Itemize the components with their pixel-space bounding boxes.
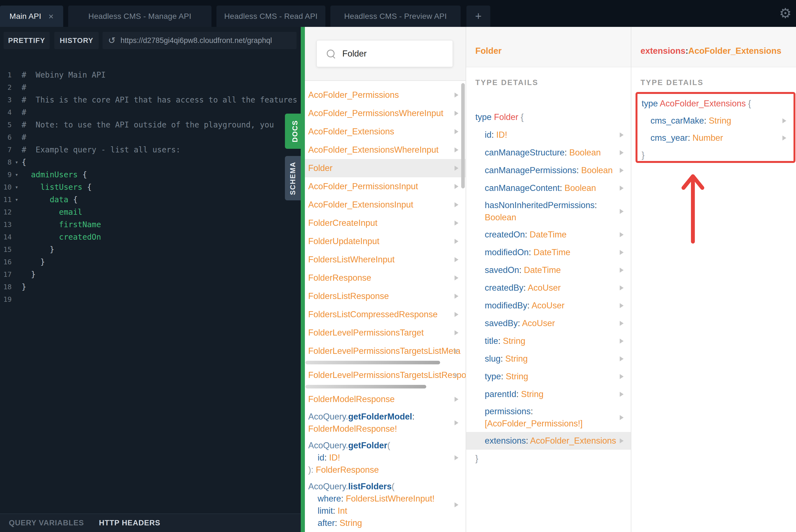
syntax-segment: createdBy	[485, 283, 524, 292]
tab-headless-cms-manage-api[interactable]: Headless CMS - Manage API	[68, 5, 211, 27]
search-input[interactable]: Folder	[317, 40, 453, 67]
editor-line[interactable]: 9▾ adminUsers {	[0, 169, 301, 181]
schema-side-tab[interactable]: SCHEMA	[285, 156, 301, 200]
editor-line[interactable]: 7# Example query - list all users:	[0, 144, 301, 156]
fold-gutter	[12, 81, 22, 94]
reload-icon[interactable]: ↺	[108, 35, 116, 46]
type-field-row[interactable]: type Folder {	[466, 108, 631, 126]
type-field-row[interactable]: savedBy: AcoUser	[466, 315, 631, 332]
type-field-row[interactable]: slug: String	[466, 350, 631, 368]
doc-list-item[interactable]: AcoQuery.getFolder(id: ID!): FolderRespo…	[305, 437, 466, 478]
type-field-row[interactable]: modifiedOn: DateTime	[466, 244, 631, 261]
doc-list-item[interactable]: AcoFolder_PermissionsWhereInput	[305, 104, 466, 122]
syntax-segment: [AcoFolder_Permissions!]	[485, 419, 583, 429]
horizontal-scrollbar[interactable]	[305, 385, 426, 388]
vertical-scrollbar[interactable]	[461, 83, 465, 188]
editor-line[interactable]: 19	[0, 293, 301, 306]
editor-line[interactable]: 6#	[0, 131, 301, 144]
doc-list-item[interactable]: FolderCreateInput	[305, 214, 466, 232]
syntax-segment: #	[22, 133, 26, 142]
editor-line[interactable]: 14 createdOn	[0, 231, 301, 243]
close-icon[interactable]: ×	[49, 12, 54, 21]
editor-line[interactable]: 18}	[0, 281, 301, 293]
doc-list-item[interactable]: FolderResponse	[305, 269, 466, 287]
doc-list-item[interactable]: AcoFolder_ExtensionsWhereInput	[305, 141, 466, 159]
history-button[interactable]: HISTORY	[54, 32, 99, 49]
pane-divider[interactable]	[301, 27, 305, 532]
add-tab-button[interactable]: +	[467, 5, 490, 27]
type-field-row[interactable]: extensions: AcoFolder_Extensions	[466, 432, 631, 450]
syntax-segment: canManagePermissions	[485, 166, 576, 175]
editor-line[interactable]: 16 }	[0, 256, 301, 268]
editor-line[interactable]: 3# This is the core API that has access …	[0, 94, 301, 106]
type-field-row[interactable]: parentId: String	[466, 385, 631, 403]
syntax-segment: {	[73, 195, 78, 204]
editor-line[interactable]: 5# Note: to use the API outside of the p…	[0, 119, 301, 131]
type-field-row[interactable]: modifiedBy: AcoUser	[466, 297, 631, 315]
extension-field-row[interactable]: cms_year: Number	[638, 129, 794, 147]
doc-list-item[interactable]: AcoFolder_Extensions	[305, 122, 466, 141]
editor-line[interactable]: 1# Webiny Main API	[0, 69, 301, 81]
doc-list-item[interactable]: FolderLevelPermissionsTargetsListRespons…	[305, 366, 466, 384]
doc-list-item[interactable]: AcoFolder_ExtensionsInput	[305, 196, 466, 214]
doc-list-item[interactable]: AcoFolder_Permissions	[305, 86, 466, 104]
doc-list-item[interactable]: FolderUpdateInput	[305, 232, 466, 250]
editor-line[interactable]: 11▾ data {	[0, 193, 301, 206]
doc-list-item[interactable]: FolderLevelPermissionsTarget	[305, 324, 466, 342]
type-field-row[interactable]: savedOn: DateTime	[466, 261, 631, 279]
editor-line[interactable]: 8▾{	[0, 156, 301, 169]
type-field-row[interactable]: type: String	[466, 368, 631, 385]
doc-list-item[interactable]: AcoQuery.listFolders(where: FoldersListW…	[305, 478, 466, 531]
editor-line[interactable]: 10▾ listUsers {	[0, 181, 301, 193]
http-headers-tab[interactable]: HTTP HEADERS	[99, 519, 160, 527]
horizontal-scrollbar[interactable]	[305, 361, 440, 364]
doc-list-item[interactable]: AcoQuery.getFolderModel:FolderModelRespo…	[305, 408, 466, 437]
doc-list-item[interactable]: Folder	[305, 159, 466, 177]
type-field-row[interactable]: canManageContent: Boolean	[466, 179, 631, 197]
doc-list-item[interactable]: FolderModelResponse	[305, 390, 466, 408]
extension-field-row[interactable]: cms_carMake: String	[638, 112, 794, 129]
doc-list-item[interactable]: FoldersListResponse	[305, 287, 466, 305]
fold-caret-icon[interactable]: ▾	[12, 169, 22, 181]
doc-list-item[interactable]: FolderLevelPermissionsTargetsListMeta	[305, 342, 466, 360]
editor-line[interactable]: 12 email	[0, 206, 301, 218]
fold-caret-icon[interactable]: ▾	[12, 193, 22, 206]
endpoint-url-input[interactable]: ↺ https://d2785gi4qi6pw8.cloudfront.net/…	[102, 32, 297, 49]
editor-line[interactable]: 2#	[0, 81, 301, 94]
extension-field-row[interactable]: }	[638, 147, 794, 164]
doc-list-item[interactable]: FoldersListWhereInput	[305, 250, 466, 269]
extension-field-row[interactable]: type AcoFolder_Extensions {	[638, 95, 794, 112]
fold-caret-icon[interactable]: ▾	[12, 181, 22, 193]
type-field-row[interactable]: createdBy: AcoUser	[466, 279, 631, 297]
tab-main-api[interactable]: Main API ×	[0, 5, 63, 27]
type-field-row[interactable]: canManageStructure: Boolean	[466, 144, 631, 162]
editor-line[interactable]: 13 firstName	[0, 218, 301, 231]
doc-list-item[interactable]: FoldersListCompressedResponse	[305, 305, 466, 324]
editor-line[interactable]: 15 }	[0, 243, 301, 256]
code-text: }	[22, 281, 26, 293]
annotation-highlight-box: type AcoFolder_Extensions {cms_carMake: …	[636, 92, 795, 163]
tab-headless-cms-preview-api[interactable]: Headless CMS - Preview API	[330, 5, 461, 27]
prettify-button[interactable]: PRETTIFY	[4, 32, 50, 49]
query-variables-tab[interactable]: QUERY VARIABLES	[9, 519, 84, 527]
query-editor[interactable]: 1# Webiny Main API2#3# This is the core …	[0, 69, 301, 306]
docs-side-tab[interactable]: DOCS	[285, 114, 305, 149]
type-field-row[interactable]: hasNonInheritedPermissions:Boolean	[466, 197, 631, 226]
type-field-row[interactable]: }	[466, 450, 631, 468]
fold-caret-icon[interactable]: ▾	[12, 156, 22, 169]
type-field-row[interactable]: canManagePermissions: Boolean	[466, 162, 631, 179]
syntax-segment: {	[521, 112, 524, 122]
syntax-segment: type	[485, 372, 501, 381]
syntax-segment: FolderCreateInput	[308, 218, 378, 228]
type-field-row[interactable]: createdOn: DateTime	[466, 226, 631, 244]
settings-gear-icon[interactable]: ⚙	[779, 3, 792, 24]
type-field-row[interactable]: permissions:[AcoFolder_Permissions!]	[466, 403, 631, 432]
editor-line[interactable]: 17 }	[0, 268, 301, 281]
doc-list-item[interactable]: AcoFolder_PermissionsInput	[305, 177, 466, 196]
syntax-segment: FolderModelResponse!	[308, 424, 397, 434]
line-number: 11	[0, 193, 12, 206]
tab-headless-cms-read-api[interactable]: Headless CMS - Read API	[216, 5, 325, 27]
type-field-row[interactable]: id: ID!	[466, 126, 631, 144]
editor-line[interactable]: 4#	[0, 106, 301, 119]
type-field-row[interactable]: title: String	[466, 332, 631, 350]
